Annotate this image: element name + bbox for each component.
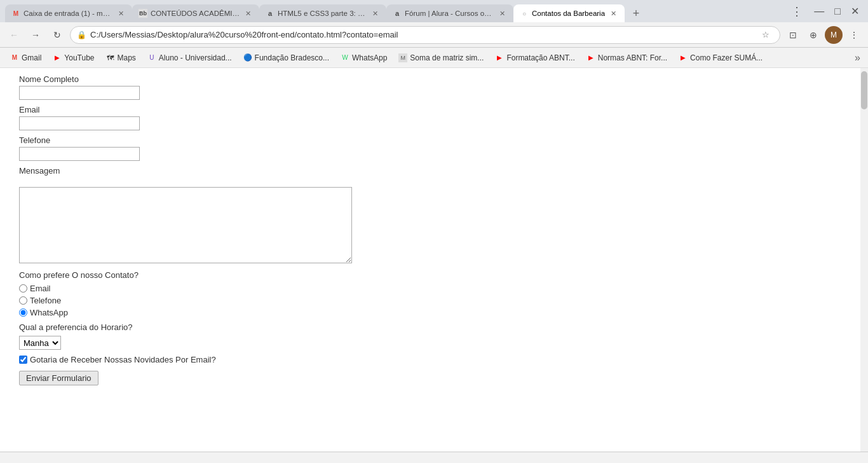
tab-contato[interactable]: ○ Contatos da Barbearia ✕ (513, 4, 625, 22)
soma-bookmark-icon: M (398, 53, 407, 62)
cast-icon[interactable]: ⊡ (784, 26, 802, 44)
bookmark-maps[interactable]: 🗺 Maps (101, 52, 141, 64)
tab-alura-close[interactable]: ✕ (370, 8, 380, 18)
mensagem-group: Mensagem (19, 166, 841, 265)
tab-alura[interactable]: a HTML5 e CSS3 parte 3: traba ✕ (259, 4, 386, 22)
submit-group: Enviar Formulario (19, 371, 841, 385)
tab-gmail-label: Caixa de entrada (1) - messias (24, 10, 112, 17)
bookmark-formatacao-label: Formatação ABNT... (506, 53, 574, 62)
status-bar (0, 452, 868, 463)
close-button[interactable]: ✕ (847, 4, 863, 18)
submit-button[interactable]: Enviar Formulario (19, 371, 98, 385)
bookmark-aluno[interactable]: U Aluno - Universidad... (142, 52, 237, 64)
tab-list-icon[interactable]: ⋮ (786, 4, 808, 18)
radio-whatsapp-label: WhatsApp (30, 308, 68, 317)
tabs-area: M Caixa de entrada (1) - messias ✕ Bb CO… (5, 0, 781, 22)
radio-email[interactable] (19, 284, 27, 293)
whatsapp-bookmark-icon: W (341, 53, 349, 62)
page-content: Nome Completo Email Telefone Mensagem Co… (0, 68, 868, 452)
zoom-icon[interactable]: ⊕ (804, 26, 822, 44)
tab-bb-label: CONTEÚDOS ACADÊMICOS (151, 10, 240, 17)
browser-actions: ⊡ ⊕ M ⋮ (784, 26, 863, 44)
bookmark-whatsapp-label: WhatsApp (352, 53, 387, 62)
bb-favicon-icon: Bb (139, 9, 147, 18)
bookmark-whatsapp[interactable]: W WhatsApp (336, 52, 392, 64)
radio-telefone-item[interactable]: Telefone (19, 296, 841, 305)
forward-button[interactable]: → (27, 26, 44, 44)
tab-bb[interactable]: Bb CONTEÚDOS ACADÊMICOS ✕ (132, 4, 259, 22)
radio-group: Email Telefone WhatsApp (19, 284, 841, 317)
maps-bookmark-icon: 🗺 (106, 53, 115, 62)
horario-select[interactable]: Manha Tarde Noite (19, 336, 61, 350)
horario-group: Qual a preferencia do Horario? Manha Tar… (19, 322, 841, 350)
alura-favicon-icon: a (266, 9, 275, 18)
minimize-button[interactable]: — (810, 4, 828, 18)
menu-icon[interactable]: ⋮ (845, 26, 863, 44)
bookmark-youtube[interactable]: ▶ YouTube (48, 52, 99, 64)
new-tab-button[interactable]: + (627, 4, 645, 22)
tab-gmail-close[interactable]: ✕ (116, 8, 126, 18)
gmail-bookmark-icon: M (10, 53, 19, 62)
bookmark-normas[interactable]: ▶ Normas ABNT: For... (581, 52, 672, 64)
nome-completo-input[interactable] (19, 86, 140, 100)
back-button[interactable]: ← (5, 26, 23, 44)
bookmark-como[interactable]: ▶ Como Fazer SUMÁ... (674, 52, 768, 64)
normas-bookmark-icon: ▶ (587, 53, 595, 62)
window-controls: ⋮ — □ ✕ (786, 4, 863, 18)
tab-alura-label: HTML5 e CSS3 parte 3: traba (278, 10, 367, 17)
url-actions: ☆ (758, 27, 773, 43)
refresh-button[interactable]: ↻ (48, 26, 66, 44)
newsletter-checkbox-item[interactable]: Gotaria de Receber Nossas Novidades Por … (19, 355, 841, 364)
bookmark-star-icon[interactable]: ☆ (758, 27, 773, 43)
bookmark-soma[interactable]: M Soma de matriz sim... (393, 52, 489, 64)
radio-telefone[interactable] (19, 296, 27, 305)
mensagem-textarea[interactable] (19, 187, 352, 263)
browser-frame: M Caixa de entrada (1) - messias ✕ Bb CO… (0, 0, 868, 463)
bookmark-como-label: Como Fazer SUMÁ... (690, 53, 763, 62)
bookmark-maps-label: Maps (118, 53, 136, 62)
bookmark-gmail[interactable]: M Gmail (5, 52, 46, 64)
bookmarks-bar: M Gmail ▶ YouTube 🗺 Maps U Aluno - Unive… (0, 48, 868, 68)
bookmark-aluno-label: Aluno - Universidad... (159, 53, 232, 62)
email-input[interactable] (19, 116, 140, 130)
page-inner: Nome Completo Email Telefone Mensagem Co… (0, 68, 860, 452)
tab-forum-close[interactable]: ✕ (497, 8, 507, 18)
scrollbar-thumb[interactable] (861, 71, 867, 109)
title-bar: M Caixa de entrada (1) - messias ✕ Bb CO… (0, 0, 868, 22)
como-bookmark-icon: ▶ (679, 53, 688, 62)
bookmark-bradesco-label: Fundação Bradesco... (255, 53, 329, 62)
contato-favicon-icon: ○ (520, 9, 529, 18)
bookmark-formatacao[interactable]: ▶ Formatação ABNT... (490, 52, 580, 64)
contato-preference-label: Como prefere O nosso Contato? (19, 270, 841, 280)
telefone-group: Telefone (19, 135, 841, 161)
lock-icon: 🔒 (77, 31, 86, 39)
user-avatar[interactable]: M (825, 26, 843, 44)
tab-gmail[interactable]: M Caixa de entrada (1) - messias ✕ (5, 4, 132, 22)
scrollbar[interactable] (860, 68, 868, 452)
radio-email-item[interactable]: Email (19, 284, 841, 293)
bookmark-youtube-label: YouTube (64, 53, 94, 62)
tab-bb-close[interactable]: ✕ (243, 8, 253, 18)
radio-whatsapp-item[interactable]: WhatsApp (19, 308, 841, 317)
radio-whatsapp[interactable] (19, 308, 27, 317)
tab-contato-close[interactable]: ✕ (608, 8, 618, 18)
maximize-button[interactable]: □ (831, 4, 844, 18)
bookmarks-more-icon[interactable]: » (852, 52, 863, 64)
contato-preference-group: Como prefere O nosso Contato? Email Tele… (19, 270, 841, 317)
youtube-bookmark-icon: ▶ (53, 53, 62, 62)
forum-favicon-icon: a (393, 9, 402, 18)
mensagem-label: Mensagem (19, 166, 841, 176)
newsletter-checkbox[interactable] (19, 356, 27, 364)
bookmark-bradesco[interactable]: 🔵 Fundação Bradesco... (238, 52, 334, 64)
address-bar: ← → ↻ 🔒 C:/Users/Messias/Desktop/alura%2… (0, 22, 868, 48)
aluno-bookmark-icon: U (147, 53, 156, 62)
tab-contato-label: Contatos da Barbearia (532, 10, 605, 17)
bookmark-gmail-label: Gmail (22, 53, 41, 62)
telefone-input[interactable] (19, 147, 140, 161)
horario-label: Qual a preferencia do Horario? (19, 322, 841, 332)
tab-forum[interactable]: a Fórum | Alura - Cursos onlin... ✕ (386, 4, 513, 22)
radio-email-label: Email (30, 284, 51, 293)
newsletter-label: Gotaria de Receber Nossas Novidades Por … (30, 355, 216, 364)
url-bar[interactable]: 🔒 C:/Users/Messias/Desktop/alura%20curso… (70, 26, 780, 44)
nome-completo-label: Nome Completo (19, 74, 841, 84)
